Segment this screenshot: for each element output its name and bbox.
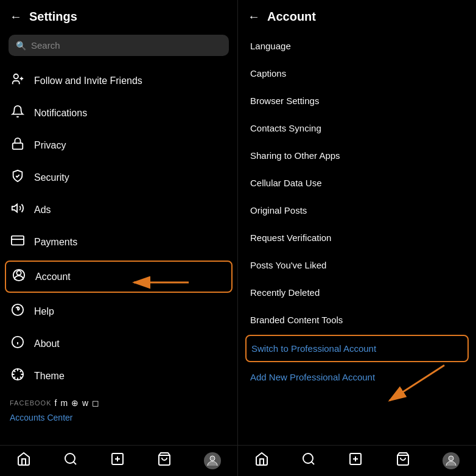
- ads-label: Ads: [34, 205, 51, 215]
- right-bottom-nav: [238, 445, 476, 476]
- account-item-contacts[interactable]: Contacts Syncing: [238, 114, 476, 142]
- payments-icon: [10, 234, 26, 250]
- profile-nav-left[interactable]: [204, 452, 221, 469]
- svg-point-22: [210, 456, 215, 461]
- theme-label: Theme: [34, 371, 65, 382]
- account-icon: [11, 268, 27, 285]
- instagram-icon: ⊕: [71, 398, 79, 408]
- back-button-left[interactable]: ←: [10, 10, 22, 24]
- account-item-switch-pro[interactable]: Switch to Professional Account: [245, 335, 469, 362]
- account-item-branded[interactable]: Branded Content Tools: [238, 306, 476, 334]
- svg-point-23: [303, 453, 313, 463]
- account-label: Account: [35, 271, 71, 282]
- account-item-liked[interactable]: Posts You've Liked: [238, 251, 476, 279]
- search-input[interactable]: Search: [31, 40, 60, 51]
- svg-line-24: [312, 462, 314, 464]
- menu-item-account[interactable]: Account: [5, 261, 233, 293]
- home-nav-left[interactable]: [16, 452, 31, 470]
- search-nav-left[interactable]: [63, 452, 78, 470]
- shop-nav-left[interactable]: [157, 452, 172, 470]
- left-header: ← Settings: [0, 0, 237, 30]
- menu-item-help[interactable]: Help: [0, 295, 237, 327]
- notifications-label: Notifications: [34, 108, 87, 119]
- svg-rect-5: [12, 236, 24, 245]
- back-button-right[interactable]: ←: [248, 10, 260, 24]
- help-label: Help: [34, 306, 54, 317]
- svg-rect-3: [13, 143, 23, 149]
- fb-icon: f: [55, 398, 58, 408]
- about-label: About: [34, 338, 60, 349]
- menu-item-ads[interactable]: Ads: [0, 194, 237, 226]
- account-item-browser[interactable]: Browser Settings: [238, 87, 476, 114]
- shop-nav-right[interactable]: [396, 452, 410, 470]
- menu-item-privacy[interactable]: Privacy: [0, 129, 237, 161]
- ads-icon: [10, 201, 26, 218]
- about-icon: [10, 335, 26, 352]
- menu-item-follow[interactable]: Follow and Invite Friends: [0, 65, 237, 97]
- menu-item-notifications[interactable]: Notifications: [0, 97, 237, 129]
- facebook-section: FACEBOOK f m ⊕ w ◻ Accounts Center: [0, 392, 237, 427]
- left-bottom-nav: [0, 445, 237, 476]
- account-menu-list: Language Captions Browser Settings Conta…: [238, 30, 476, 445]
- portal-icon: ◻: [92, 398, 100, 408]
- account-item-verification[interactable]: Request Verification: [238, 224, 476, 251]
- account-item-add-pro[interactable]: Add New Professional Account: [238, 363, 476, 391]
- search-nav-right[interactable]: [301, 452, 316, 470]
- svg-line-17: [73, 462, 75, 464]
- privacy-label: Privacy: [34, 140, 66, 151]
- profile-nav-right[interactable]: [443, 452, 460, 469]
- security-icon: [10, 169, 26, 186]
- search-icon: 🔍: [16, 41, 26, 51]
- account-item-deleted[interactable]: Recently Deleted: [238, 279, 476, 306]
- menu-item-payments[interactable]: Payments: [0, 226, 237, 258]
- right-header: ← Account: [238, 0, 476, 30]
- accounts-center-link[interactable]: Accounts Center: [10, 411, 228, 424]
- account-item-sharing[interactable]: Sharing to Other Apps: [238, 142, 476, 169]
- svg-point-7: [16, 271, 21, 275]
- svg-point-0: [14, 74, 18, 79]
- account-item-original[interactable]: Original Posts: [238, 197, 476, 224]
- whatsapp-icon: w: [82, 398, 89, 408]
- notifications-icon: [10, 105, 26, 121]
- account-item-cellular[interactable]: Cellular Data Use: [238, 169, 476, 197]
- messenger-icon: m: [60, 398, 68, 408]
- settings-menu-list: Follow and Invite Friends Notifications …: [0, 65, 237, 445]
- follow-icon: [10, 72, 26, 89]
- follow-label: Follow and Invite Friends: [34, 75, 142, 86]
- payments-label: Payments: [34, 237, 77, 248]
- svg-marker-4: [12, 205, 17, 212]
- account-title: Account: [267, 10, 316, 24]
- search-bar[interactable]: 🔍 Search: [9, 35, 229, 56]
- settings-title: Settings: [29, 10, 77, 24]
- menu-item-theme[interactable]: Theme: [0, 360, 237, 392]
- account-item-captions[interactable]: Captions: [238, 60, 476, 87]
- help-icon: [10, 303, 26, 320]
- svg-point-16: [65, 453, 75, 463]
- security-label: Security: [34, 172, 69, 183]
- add-nav-right[interactable]: [348, 452, 363, 470]
- menu-item-security[interactable]: Security: [0, 161, 237, 194]
- menu-item-about[interactable]: About: [0, 327, 237, 360]
- theme-icon: [10, 368, 26, 384]
- privacy-icon: [10, 137, 26, 153]
- home-nav-right[interactable]: [254, 452, 269, 470]
- add-nav-left[interactable]: [110, 452, 125, 470]
- fb-icons: f m ⊕ w ◻: [55, 398, 100, 408]
- svg-point-29: [449, 456, 453, 461]
- facebook-label: FACEBOOK f m ⊕ w ◻: [10, 398, 228, 408]
- account-item-language[interactable]: Language: [238, 32, 476, 60]
